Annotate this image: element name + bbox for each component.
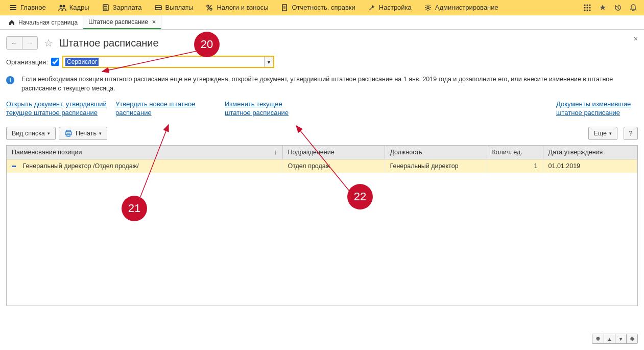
scroll-bottom-button[interactable] [626, 334, 637, 343]
nav-back-button[interactable]: ← [7, 37, 22, 49]
cell-value: Генеральный директор /Отдел продаж/ [22, 162, 138, 170]
bell-icon[interactable] [626, 0, 641, 15]
svg-point-19 [584, 7, 585, 8]
menu-reports[interactable]: Отчетность, справки [275, 0, 362, 15]
svg-point-15 [427, 7, 429, 9]
col-header-name[interactable]: Наименование позиции ↓ [7, 146, 282, 159]
svg-point-16 [584, 4, 585, 6]
organization-input[interactable]: Сервислог [63, 57, 264, 67]
menu-taxes[interactable]: Налоги и взносы [199, 0, 274, 15]
organization-dropdown-button[interactable]: ▼ [264, 57, 273, 67]
close-page-icon[interactable]: × [634, 35, 638, 43]
cell-name: Генеральный директор /Отдел продаж/ [7, 159, 282, 173]
menu-label: Администрирование [435, 4, 498, 11]
cell-role: Генеральный директор [385, 159, 487, 173]
svg-point-17 [586, 4, 588, 6]
menu-label: Кадры [69, 4, 89, 11]
svg-point-22 [584, 9, 585, 11]
organization-row: Организация: Сервислог ▼ [6, 56, 638, 68]
svg-point-5 [105, 8, 106, 9]
col-label: Подразделение [288, 149, 335, 156]
toolbar-right: Еще ▾ ? [588, 127, 638, 140]
col-header-role[interactable]: Должность [385, 146, 487, 159]
cell-dept: Отдел продаж [282, 159, 385, 173]
menu-main[interactable]: Главное [3, 0, 52, 15]
menu-label: Отчетность, справки [292, 4, 355, 11]
wrench-icon [368, 4, 376, 12]
nav-forward-button[interactable]: → [22, 37, 37, 49]
page-title: Штатное расписание [59, 37, 159, 49]
menu-payments[interactable]: Выплаты [148, 0, 200, 15]
svg-rect-11 [155, 7, 161, 8]
home-icon [8, 19, 15, 26]
svg-point-18 [589, 4, 590, 6]
link-approve-new[interactable]: Утвердить новое штатное расписание [115, 100, 218, 118]
menu-hr[interactable]: Кадры [52, 0, 96, 15]
tab-label: Начальная страница [18, 19, 78, 26]
tabs-bar: Начальная страница Штатное расписание × [0, 15, 644, 30]
svg-point-24 [589, 9, 590, 11]
table-header-row: Наименование позиции ↓ Подразделение Дол… [7, 146, 637, 159]
scroll-down-button[interactable]: ▼ [615, 334, 626, 343]
svg-rect-14 [282, 5, 287, 11]
info-text: Если необходимая позиция штатного распис… [21, 75, 638, 93]
link-change-current[interactable]: Изменить текущее штатное расписание [225, 100, 301, 118]
svg-point-0 [59, 5, 62, 7]
svg-rect-2 [103, 5, 108, 11]
cell-qty: 1 [487, 159, 543, 173]
cell-date: 01.01.2019 [543, 159, 637, 173]
col-label: Дата утверждения [548, 149, 603, 156]
calculator-icon [102, 4, 110, 12]
percent-icon [205, 4, 213, 12]
svg-point-6 [106, 8, 107, 9]
scroll-top-button[interactable] [592, 334, 604, 343]
svg-point-23 [586, 9, 588, 11]
apps-icon[interactable] [580, 0, 595, 15]
svg-point-7 [104, 9, 105, 10]
col-header-date[interactable]: Дата утверждения [543, 146, 637, 159]
menu-admin[interactable]: Администрирование [418, 0, 505, 15]
page-content: × ← → ☆ Штатное расписание Организация: … [0, 30, 644, 309]
svg-point-8 [105, 9, 106, 10]
nav-buttons: ← → [6, 36, 38, 50]
svg-point-20 [586, 7, 588, 8]
menu-settings[interactable]: Настройка [362, 0, 418, 15]
menu-label: Налоги и взносы [217, 4, 268, 11]
help-button[interactable]: ? [624, 127, 638, 140]
svg-point-21 [589, 7, 590, 8]
info-icon: i [6, 76, 14, 84]
caret-icon: ▾ [47, 131, 50, 136]
svg-point-12 [207, 5, 209, 7]
scroll-buttons: ▲ ▼ [592, 334, 638, 344]
print-button[interactable]: Печать ▾ [59, 127, 107, 140]
gear-icon [424, 4, 432, 12]
history-icon[interactable] [610, 0, 626, 15]
col-header-qty[interactable]: Колич. ед. [487, 146, 543, 159]
tab-home[interactable]: Начальная страница [3, 15, 83, 29]
organization-label: Организация: [6, 58, 48, 66]
more-button[interactable]: Еще ▾ [588, 127, 617, 140]
star-icon[interactable]: ★ [595, 0, 610, 15]
caret-icon: ▾ [609, 131, 612, 136]
col-label: Должность [390, 149, 422, 156]
col-header-dept[interactable]: Подразделение [282, 146, 385, 159]
organization-checkbox[interactable] [51, 58, 59, 66]
top-right-icons: ★ [580, 0, 641, 15]
menu-salary[interactable]: Зарплата [96, 0, 148, 15]
svg-point-9 [106, 9, 107, 10]
col-label: Колич. ед. [492, 149, 522, 156]
menu-label: Зарплата [113, 4, 142, 11]
help-label: ? [629, 130, 633, 137]
hamburger-icon [9, 4, 17, 12]
menu-label: Выплаты [165, 4, 194, 11]
link-documents-changed[interactable]: Документы изменившие штатное расписание [556, 100, 638, 118]
tab-staff[interactable]: Штатное расписание × [83, 15, 161, 29]
close-icon[interactable]: × [152, 18, 156, 26]
favorite-star-icon[interactable]: ☆ [44, 37, 53, 49]
scroll-up-button[interactable]: ▲ [604, 334, 615, 343]
view-button[interactable]: Вид списка ▾ [6, 127, 56, 140]
table-row[interactable]: Генеральный директор /Отдел продаж/ Отде… [7, 159, 637, 173]
toolbar: Вид списка ▾ Печать ▾ Еще ▾ ? [6, 127, 638, 140]
link-open-document[interactable]: Открыть документ, утвердивший текущее шт… [6, 100, 108, 118]
header-row: ← → ☆ Штатное расписание [6, 36, 638, 50]
